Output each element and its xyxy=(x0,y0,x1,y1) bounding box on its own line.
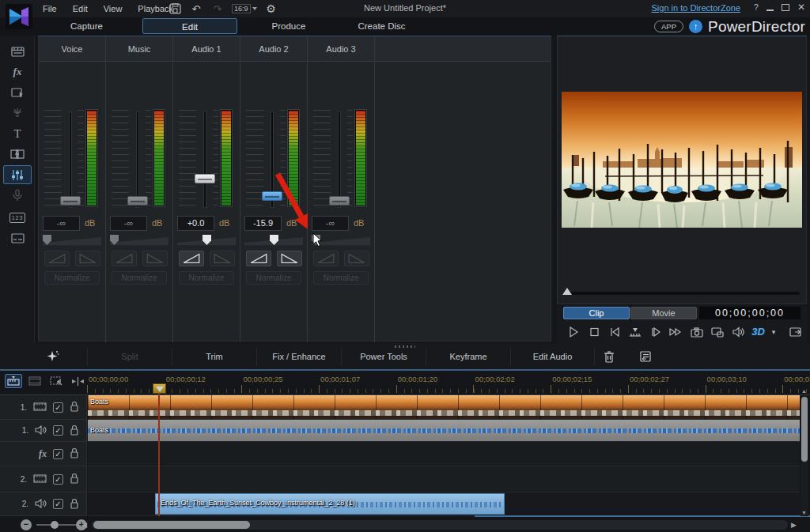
fade-in-button[interactable] xyxy=(313,251,339,266)
track-enable-checkbox[interactable]: ✓ xyxy=(53,499,63,509)
normalize-button[interactable]: Normalize xyxy=(246,271,301,285)
volume-slider-handle[interactable] xyxy=(329,196,350,206)
scroll-up-arrow[interactable]: ▲ xyxy=(801,388,807,394)
fade-out-button[interactable] xyxy=(142,251,168,266)
stop-button[interactable] xyxy=(585,325,602,339)
volume-slider[interactable] xyxy=(262,111,282,208)
undo-icon[interactable]: ↶ xyxy=(189,2,203,15)
sidebar-item-audio-mixing-room[interactable] xyxy=(3,165,32,184)
zoom-slider-handle[interactable] xyxy=(51,521,59,529)
tab-edit[interactable]: Edit xyxy=(142,18,237,34)
volume-slider[interactable] xyxy=(329,111,350,208)
db-value[interactable]: +0.0 xyxy=(177,216,214,231)
close-button[interactable]: ✕ xyxy=(797,2,805,12)
volume-slider-handle[interactable] xyxy=(195,174,215,183)
preview-seek-handle[interactable] xyxy=(562,288,572,295)
track-lock-icon[interactable] xyxy=(70,447,79,460)
menu-file[interactable]: File xyxy=(35,0,65,17)
clip-mode-button[interactable]: Clip xyxy=(563,307,630,319)
scroll-down-arrow[interactable]: ▼ xyxy=(801,510,807,515)
fade-in-button[interactable] xyxy=(44,251,70,266)
tab-create-disc[interactable]: Create Disc xyxy=(340,18,423,34)
video-track-2[interactable] xyxy=(88,466,800,492)
track-enable-checkbox[interactable]: ✓ xyxy=(53,425,63,436)
zoom-out-button[interactable]: − xyxy=(21,519,32,530)
volume-slider[interactable] xyxy=(127,111,148,208)
fade-in-button[interactable] xyxy=(246,251,271,266)
tab-produce[interactable]: Produce xyxy=(249,18,328,34)
action-fix-enhance[interactable]: Fix / Enhance xyxy=(256,348,341,365)
fade-out-button[interactable] xyxy=(210,251,235,266)
db-value[interactable]: -15.9 xyxy=(244,216,282,231)
aspect-ratio-dropdown[interactable]: 16:9 xyxy=(232,4,257,13)
vertical-scrollbar[interactable] xyxy=(801,395,808,516)
snap-toggle-button[interactable] xyxy=(69,374,86,388)
sidebar-item-media-room[interactable] xyxy=(3,42,32,61)
track-lock-icon[interactable] xyxy=(70,401,79,413)
playhead-marker[interactable] xyxy=(153,383,166,394)
track-enable-checkbox[interactable]: ✓ xyxy=(53,449,63,459)
sidebar-item-pip-objects-room[interactable] xyxy=(3,83,32,102)
fade-in-button[interactable] xyxy=(112,251,137,266)
maximize-button[interactable] xyxy=(782,4,789,11)
range-select-button[interactable] xyxy=(47,374,65,388)
seek-marker-button[interactable] xyxy=(626,325,643,339)
timecode-display[interactable]: 00;00;00;00 xyxy=(699,307,801,319)
sidebar-item-voiceover-room[interactable] xyxy=(3,186,32,205)
scroll-right-arrow[interactable]: ▶ xyxy=(791,521,797,529)
pan-slider[interactable] xyxy=(312,235,370,246)
settings-gear-icon[interactable]: ⚙ xyxy=(264,2,278,15)
magic-style-wand-icon[interactable] xyxy=(44,348,62,365)
movie-mode-button[interactable]: Movie xyxy=(630,307,697,319)
3d-dropdown-icon[interactable]: ▾ xyxy=(770,325,777,339)
action-power-tools[interactable]: Power Tools xyxy=(341,348,426,365)
save-project-icon[interactable] xyxy=(168,2,182,15)
menu-edit[interactable]: Edit xyxy=(65,0,96,17)
db-value[interactable]: -∞ xyxy=(43,216,80,231)
fade-out-button[interactable] xyxy=(344,251,369,266)
sidebar-item-chapter-room[interactable]: 123 xyxy=(3,208,32,227)
track-lock-icon[interactable] xyxy=(70,424,79,437)
sidebar-item-effect-room[interactable]: fx xyxy=(3,62,32,81)
pan-slider[interactable] xyxy=(177,235,236,246)
minimize-button[interactable] xyxy=(766,9,774,11)
scrollbar-thumb[interactable] xyxy=(801,397,808,462)
fade-in-button[interactable] xyxy=(179,251,204,266)
scrollbar-thumb[interactable] xyxy=(93,521,250,529)
volume-slider[interactable] xyxy=(195,111,215,208)
track-lock-icon[interactable] xyxy=(70,473,79,485)
redo-icon[interactable]: ↷ xyxy=(210,2,225,15)
sidebar-item-transition-room[interactable] xyxy=(3,145,32,164)
undock-player-icon[interactable] xyxy=(787,325,804,339)
video-track-1-clip[interactable]: Boats xyxy=(88,395,800,420)
action-keyframe[interactable]: Keyframe xyxy=(426,348,510,365)
menu-view[interactable]: View xyxy=(96,0,131,17)
track-lock-icon[interactable] xyxy=(70,498,79,511)
fade-out-button[interactable] xyxy=(75,251,100,266)
volume-slider-handle[interactable] xyxy=(262,191,282,201)
timeline-ruler[interactable]: 00;00;00;0000;00;00;1200;00;00;2500;00;0… xyxy=(87,372,810,394)
signin-directorzone-link[interactable]: Sign in to DirectorZone xyxy=(652,3,741,13)
volume-icon[interactable] xyxy=(729,325,746,339)
volume-slider-handle[interactable] xyxy=(127,196,148,206)
db-value[interactable]: -∞ xyxy=(312,216,349,231)
preview-video-frame[interactable] xyxy=(562,92,802,228)
sidebar-item-particle-room[interactable] xyxy=(3,104,32,123)
volume-slider[interactable] xyxy=(60,111,81,208)
audio-track-1-clip[interactable]: Boats xyxy=(88,420,800,442)
action-trim[interactable]: Trim xyxy=(172,348,256,365)
snapshot-camera-icon[interactable] xyxy=(688,325,705,339)
previous-frame-button[interactable] xyxy=(606,325,623,339)
horizontal-scrollbar[interactable] xyxy=(92,520,788,530)
pan-slider[interactable] xyxy=(43,235,101,246)
action-split[interactable]: Split xyxy=(87,348,172,365)
audio-track-2-clip[interactable]: Ends_Of_The_Earth_Sunset_Cowboy_Instrume… xyxy=(155,493,505,515)
normalize-button[interactable]: Normalize xyxy=(112,271,167,285)
upgrade-arrow-icon[interactable]: ↑ xyxy=(689,20,702,33)
preview-window-icon[interactable] xyxy=(709,325,725,339)
track-enable-checkbox[interactable]: ✓ xyxy=(53,474,63,485)
preview-seekbar[interactable] xyxy=(564,292,800,295)
fade-out-button[interactable] xyxy=(277,251,302,266)
db-value[interactable]: -∞ xyxy=(110,216,147,231)
pan-slider[interactable] xyxy=(244,235,303,246)
